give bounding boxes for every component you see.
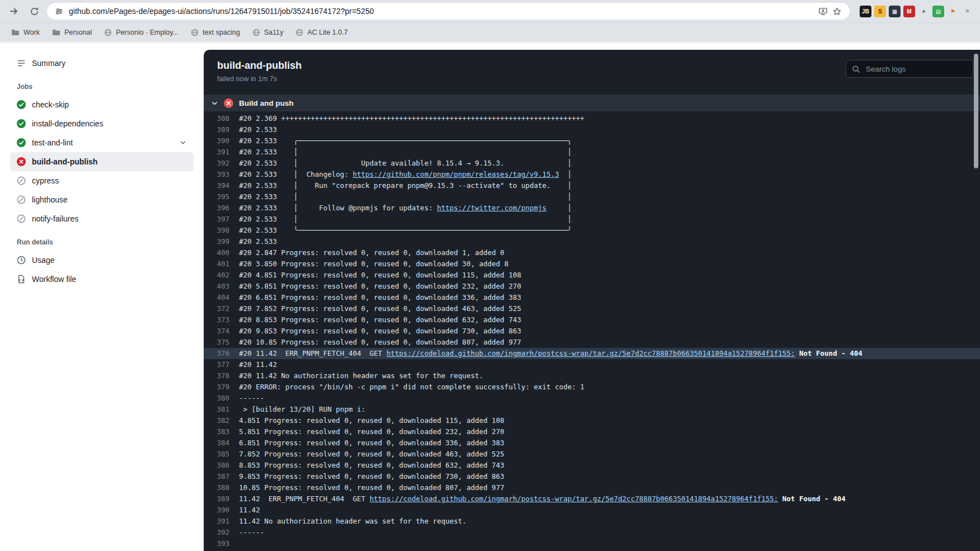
log-line-number[interactable]: 397 bbox=[204, 214, 229, 225]
log-line-number[interactable]: 388 bbox=[204, 113, 229, 124]
log-line: 3857.852 Progress: resolved 0, reused 0,… bbox=[204, 449, 980, 460]
sidebar-item-workflow-file[interactable]: Workflow file bbox=[10, 270, 194, 289]
sidebar-job-build-and-publish[interactable]: build-and-publish bbox=[10, 152, 194, 171]
log-line-number[interactable]: 391 bbox=[204, 516, 229, 527]
log-line-number[interactable]: 382 bbox=[204, 415, 229, 426]
log-text: 11.42 No authorization header was set fo… bbox=[239, 516, 466, 527]
log-line-number[interactable]: 381 bbox=[204, 404, 229, 415]
extension-jetbrains-icon[interactable]: JB bbox=[860, 6, 871, 17]
log-line-number[interactable]: 379 bbox=[204, 382, 229, 393]
log-text: #20 11.42 bbox=[239, 359, 277, 370]
sidebar-item-label: Usage bbox=[32, 256, 54, 265]
bookmark-star-icon[interactable] bbox=[832, 7, 842, 16]
log-segment: #20 4.851 Progress: resolved 0, reused 0… bbox=[239, 271, 521, 279]
file-icon bbox=[17, 275, 26, 284]
log-line-number[interactable]: 389 bbox=[204, 493, 229, 505]
chevron-down-icon[interactable] bbox=[179, 139, 187, 147]
log-line-number[interactable]: 403 bbox=[204, 281, 229, 292]
extension-stark-icon[interactable]: S bbox=[874, 6, 886, 17]
reload-button[interactable] bbox=[27, 4, 41, 18]
log-line-number[interactable]: 392 bbox=[204, 527, 229, 538]
bookmark-item[interactable]: Work bbox=[6, 26, 45, 39]
log-segment: 10.85 Progress: resolved 0, reused 0, do… bbox=[239, 483, 504, 492]
log-line-number[interactable]: 393 bbox=[204, 538, 229, 549]
log-link[interactable]: https://codeload.github.com/ingmarh/post… bbox=[386, 349, 795, 357]
log-line-number[interactable]: 399 bbox=[204, 236, 229, 247]
log-segment: #20 11.42 bbox=[239, 360, 277, 369]
sidebar-job-test-and-lint[interactable]: test-and-lint bbox=[10, 133, 194, 152]
extension-flag-orange-icon[interactable]: ⚑ bbox=[947, 6, 959, 17]
log-text: 9.853 Progress: resolved 0, reused 0, do… bbox=[239, 471, 504, 482]
log-line-number[interactable]: 389 bbox=[204, 124, 229, 135]
site-settings-icon[interactable] bbox=[55, 7, 63, 16]
log-line-number[interactable]: 398 bbox=[204, 225, 229, 236]
log-line: 3824.851 Progress: resolved 0, reused 0,… bbox=[204, 415, 980, 426]
log-line: 391#20 2.533 │ │ bbox=[204, 147, 980, 158]
log-line-number[interactable]: 386 bbox=[204, 460, 229, 471]
folder-icon bbox=[52, 29, 60, 36]
log-link[interactable]: https://twitter.com/pnpmjs bbox=[437, 204, 547, 212]
log-line: 376#20 11.42 ERR_PNPM_FETCH_404 GET http… bbox=[204, 348, 980, 359]
log-line-number[interactable]: 402 bbox=[204, 270, 229, 281]
sidebar-item-usage[interactable]: Usage bbox=[10, 251, 194, 270]
log-line-number[interactable]: 394 bbox=[204, 180, 229, 191]
bookmark-item[interactable]: text spacing bbox=[185, 26, 246, 39]
extension-move-icon[interactable]: + bbox=[918, 6, 930, 17]
bookmark-item[interactable]: Personio · Employ... bbox=[99, 26, 184, 39]
extension-grid-icon[interactable]: ▦ bbox=[889, 6, 901, 17]
extension-m-icon[interactable]: M bbox=[903, 6, 915, 17]
search-logs-input[interactable] bbox=[865, 64, 967, 74]
log-line-number[interactable]: 391 bbox=[204, 147, 229, 158]
log-text: 10.85 Progress: resolved 0, reused 0, do… bbox=[239, 482, 504, 493]
log-line-number[interactable]: 387 bbox=[204, 471, 229, 482]
bookmark-item[interactable]: AC Lite 1.0.7 bbox=[290, 26, 353, 39]
log-segment: ------ bbox=[239, 394, 264, 402]
sidebar-job-notify-failures[interactable]: notify-failures bbox=[10, 209, 194, 228]
search-icon bbox=[852, 65, 860, 73]
log-line-number[interactable]: 393 bbox=[204, 169, 229, 180]
log-line-number[interactable]: 385 bbox=[204, 449, 229, 460]
install-icon[interactable] bbox=[818, 7, 828, 16]
log-line-number[interactable]: 372 bbox=[204, 303, 229, 314]
log-line-number[interactable]: 390 bbox=[204, 505, 229, 516]
log-line-number[interactable]: 404 bbox=[204, 292, 229, 303]
log-segment: #20 2.533 bbox=[239, 237, 277, 246]
log-segment: │ bbox=[546, 204, 571, 212]
log-line-number[interactable]: 375 bbox=[204, 337, 229, 348]
bookmark-item[interactable]: Sa11y bbox=[247, 26, 289, 39]
log-line-number[interactable]: 401 bbox=[204, 258, 229, 270]
log-line-number[interactable]: 377 bbox=[204, 359, 229, 370]
sidebar-item-summary[interactable]: Summary bbox=[10, 54, 194, 73]
log-link[interactable]: https://github.com/pnpm/pnpm/releases/ta… bbox=[353, 170, 559, 178]
log-line-number[interactable]: 392 bbox=[204, 158, 229, 169]
log-link[interactable]: https://codeload.github.com/ingmarh/post… bbox=[369, 495, 778, 503]
sidebar-job-install-dependencies[interactable]: install-dependencies bbox=[10, 114, 194, 133]
log-text: 7.852 Progress: resolved 0, reused 0, do… bbox=[239, 449, 504, 460]
sidebar-job-lighthouse[interactable]: lighthouse bbox=[10, 190, 194, 209]
forward-button[interactable] bbox=[7, 4, 21, 18]
log-line-number[interactable]: 378 bbox=[204, 370, 229, 382]
log-line-number[interactable]: 400 bbox=[204, 247, 229, 258]
log-line-number[interactable]: 373 bbox=[204, 314, 229, 326]
extension-wave-icon[interactable]: ▤ bbox=[932, 6, 944, 17]
log-line-number[interactable]: 390 bbox=[204, 135, 229, 147]
log-text: #20 2.533 │ │ bbox=[239, 147, 572, 158]
log-line: 38911.42 ERR_PNPM_FETCH_404 GET https://… bbox=[204, 493, 980, 505]
job-label: install-dependencies bbox=[32, 119, 104, 128]
log-line-number[interactable]: 383 bbox=[204, 426, 229, 437]
log-line-number[interactable]: 376 bbox=[204, 348, 229, 359]
page-scrollbar[interactable] bbox=[974, 54, 978, 168]
bookmark-item[interactable]: Personal bbox=[46, 26, 97, 39]
log-line-number[interactable]: 384 bbox=[204, 437, 229, 449]
log-line-number[interactable]: 374 bbox=[204, 326, 229, 337]
log-segment: ------ bbox=[239, 528, 264, 536]
sidebar-job-check-skip[interactable]: check-skip bbox=[10, 95, 194, 114]
sidebar-job-cypress[interactable]: cypress bbox=[10, 171, 194, 190]
extension-flag-gray-icon[interactable]: ⚑ bbox=[962, 6, 973, 17]
log-line-number[interactable]: 396 bbox=[204, 202, 229, 214]
log-line-number[interactable]: 380 bbox=[204, 393, 229, 404]
step-header-build-and-push[interactable]: Build and push bbox=[204, 95, 980, 111]
url-bar[interactable]: github.com/ePages-de/epages-ui/actions/r… bbox=[47, 3, 850, 20]
log-line-number[interactable]: 395 bbox=[204, 191, 229, 202]
log-line-number[interactable]: 388 bbox=[204, 482, 229, 493]
